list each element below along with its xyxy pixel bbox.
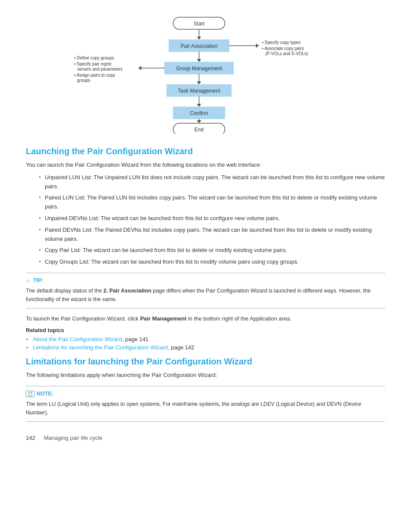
tip-box: ☼ TIP: The default display status of the… xyxy=(26,273,385,308)
svg-marker-7 xyxy=(256,44,259,48)
related-suffix-2: , page 142 xyxy=(168,344,194,351)
page-footer: 142 Managing pair life cycle xyxy=(26,435,385,441)
svg-marker-17 xyxy=(138,66,141,70)
bullet-item: Paired DEVNs List: The Paired DEVNs list… xyxy=(39,226,385,244)
section1-bullet-list: Unpaired LUN List: The Unpaired LUN list… xyxy=(39,173,385,267)
section-launching: Launching the Pair Configuration Wizard … xyxy=(26,146,385,351)
related-topics-list: About the Pair Configuration Wizard, pag… xyxy=(33,336,385,351)
svg-text:Pair Association: Pair Association xyxy=(181,43,217,49)
svg-text:• Associate copy pairs: • Associate copy pairs xyxy=(262,46,304,51)
svg-marker-3 xyxy=(197,37,201,40)
section1-title: Launching the Pair Configuration Wizard xyxy=(26,146,385,156)
svg-text:• Specify copy types: • Specify copy types xyxy=(262,40,301,45)
svg-marker-32 xyxy=(197,120,201,123)
launch-text: To launch the Pair Configuration Wizard,… xyxy=(26,314,385,324)
svg-text:End: End xyxy=(194,127,203,133)
bullet-item: Paired LUN List: The Paired LUN list inc… xyxy=(39,193,385,212)
svg-text:Task Management: Task Management xyxy=(178,88,221,94)
section2-title: Limitations for launching the Pair Confi… xyxy=(26,357,385,367)
related-topics-title: Related topics xyxy=(26,327,385,333)
bullet-item: Unpaired LUN List: The Unpaired LUN list… xyxy=(39,173,385,191)
svg-text:groups: groups xyxy=(77,78,90,83)
svg-marker-28 xyxy=(197,104,201,107)
footer-chapter: Managing pair life cycle xyxy=(44,435,103,441)
flowchart-section: Start Pair Association • Specify copy ty… xyxy=(26,13,385,134)
note-text: The term LU (Logical Unit) only applies … xyxy=(26,400,385,417)
svg-text:Confirm: Confirm xyxy=(190,110,208,116)
svg-text:servers and parameters: servers and parameters xyxy=(77,67,123,72)
bullet-item: Copy Pair List: The wizard can be launch… xyxy=(39,246,385,255)
flowchart-svg: Start Pair Association • Specify copy ty… xyxy=(72,13,339,134)
svg-text:• Assign pairs to copy: • Assign pairs to copy xyxy=(74,73,115,78)
related-link-2[interactable]: Limitations for launching the Pair Confi… xyxy=(33,344,168,351)
section1-intro: You can launch the Pair Configuration Wi… xyxy=(26,161,385,170)
page-number: 142 xyxy=(26,435,35,441)
svg-text:Start: Start xyxy=(193,21,205,27)
svg-text:• Specify pair mgmt: • Specify pair mgmt xyxy=(74,62,112,66)
note-icon: 📋 xyxy=(26,391,34,397)
bullet-item: Copy Groups List: The wizard can be laun… xyxy=(39,258,385,267)
related-suffix-1: , page 141 xyxy=(122,336,148,342)
svg-text:Group Management: Group Management xyxy=(176,65,222,72)
svg-text:• Define copy groups: • Define copy groups xyxy=(74,56,114,60)
svg-text:(P-VOLs and S-VOLs): (P-VOLs and S-VOLs) xyxy=(265,51,308,56)
bullet-item: Unpaired DEVNs List: The wizard can be l… xyxy=(39,214,385,223)
note-box: 📋 NOTE: The term LU (Logical Unit) only … xyxy=(26,386,385,422)
svg-marker-13 xyxy=(197,59,201,62)
tip-icon: ☼ xyxy=(26,277,31,284)
related-list-item: Limitations for launching the Pair Confi… xyxy=(33,344,385,351)
section-limitations: Limitations for launching the Pair Confi… xyxy=(26,357,385,422)
related-list-item: About the Pair Configuration Wizard, pag… xyxy=(33,336,385,342)
tip-text: The default display status of the 2. Pai… xyxy=(26,286,385,304)
note-label: 📋 NOTE: xyxy=(26,391,385,397)
tip-label: ☼ TIP: xyxy=(26,277,385,284)
svg-marker-24 xyxy=(197,81,201,84)
related-link-1[interactable]: About the Pair Configuration Wizard xyxy=(33,336,122,342)
section2-intro: The following limitations apply when lau… xyxy=(26,371,385,380)
